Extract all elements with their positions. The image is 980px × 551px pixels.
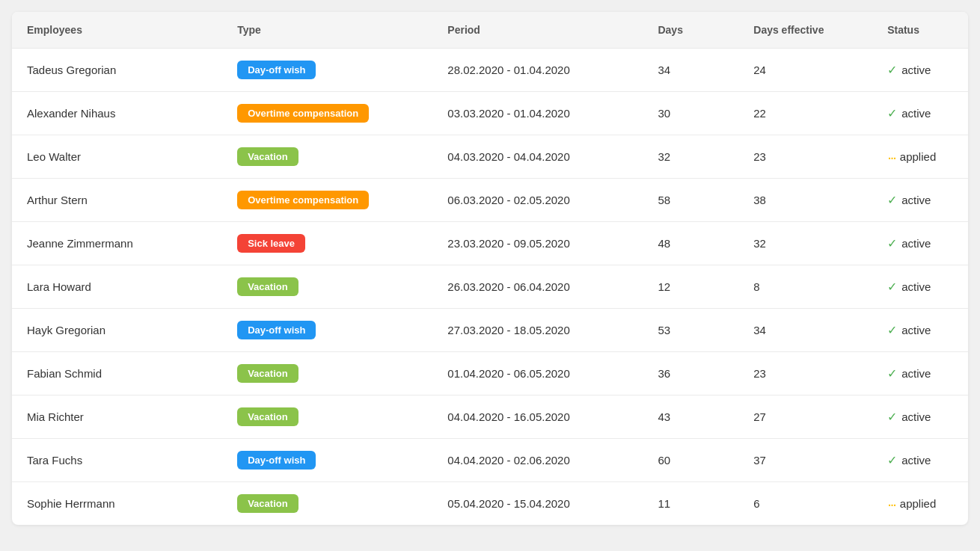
leave-type: Day-off wish [222, 309, 432, 352]
leave-status: ✓active [872, 92, 968, 135]
checkmark-icon: ✓ [887, 366, 897, 381]
dots-icon: ··· [887, 150, 895, 164]
status-label: active [901, 107, 931, 120]
leave-type-badge: Sick leave [237, 234, 305, 253]
leave-type: Overtime compensation [222, 179, 432, 222]
employee-name: Arthur Stern [12, 179, 222, 222]
employee-name: Jeanne Zimmermann [12, 222, 222, 265]
leave-days-effective: 24 [738, 49, 872, 92]
header-period: Period [432, 12, 643, 49]
status-label: active [901, 194, 931, 206]
leave-days: 11 [643, 482, 738, 526]
leave-status: ✓active [872, 309, 968, 352]
leave-days: 60 [643, 439, 738, 482]
leave-days-effective: 6 [738, 482, 872, 526]
status-label: active [901, 324, 931, 336]
employee-name: Tadeus Gregorian [12, 49, 222, 92]
table-row: Fabian SchmidVacation01.04.2020 - 06.05.… [12, 352, 968, 395]
leave-days: 53 [643, 309, 738, 352]
table-row: Sophie HerrmannVacation05.04.2020 - 15.0… [12, 482, 968, 526]
checkmark-icon: ✓ [887, 453, 897, 467]
table-row: Leo WalterVacation04.03.2020 - 04.04.202… [12, 135, 968, 179]
leave-status: ···applied [872, 135, 968, 179]
leave-type-badge: Vacation [237, 364, 298, 383]
leave-period: 28.02.2020 - 01.04.2020 [432, 49, 643, 92]
status-label: active [901, 280, 931, 293]
table-row: Tadeus GregorianDay-off wish28.02.2020 -… [12, 49, 968, 92]
leave-status: ✓active [872, 179, 968, 222]
checkmark-icon: ✓ [887, 236, 897, 250]
header-days-effective: Days effective [738, 12, 872, 49]
leave-days-effective: 38 [738, 179, 872, 222]
dots-icon: ··· [887, 496, 895, 511]
leave-type-badge: Day-off wish [237, 61, 316, 79]
leave-period: 23.03.2020 - 09.05.2020 [432, 222, 643, 265]
table-row: Lara HowardVacation26.03.2020 - 06.04.20… [12, 265, 968, 309]
leave-days: 30 [643, 92, 738, 135]
leave-days: 34 [643, 49, 738, 92]
table-row: Alexander NihausOvertime compensation03.… [12, 92, 968, 135]
leave-period: 05.04.2020 - 15.04.2020 [432, 482, 643, 526]
leave-type: Sick leave [222, 222, 432, 265]
checkmark-icon: ✓ [887, 63, 897, 77]
leave-status: ✓active [872, 265, 968, 309]
leave-type-badge: Day-off wish [237, 451, 316, 470]
status-label: applied [900, 497, 936, 510]
leave-days-effective: 22 [738, 92, 872, 135]
status-label: active [901, 367, 931, 380]
leave-status: ✓active [872, 352, 968, 395]
leave-status: ✓active [872, 222, 968, 265]
status-label: active [901, 237, 931, 250]
leave-days-effective: 27 [738, 395, 872, 439]
leave-period: 04.04.2020 - 02.06.2020 [432, 439, 643, 482]
leave-days-effective: 34 [738, 309, 872, 352]
leave-type: Vacation [222, 265, 432, 309]
checkmark-icon: ✓ [887, 106, 897, 120]
leave-days-effective: 23 [738, 352, 872, 395]
table-row: Mia RichterVacation04.04.2020 - 16.05.20… [12, 395, 968, 439]
leave-days-effective: 32 [738, 222, 872, 265]
leave-period: 06.03.2020 - 02.05.2020 [432, 179, 643, 222]
checkmark-icon: ✓ [887, 280, 897, 294]
leave-days: 32 [643, 135, 738, 179]
leave-type: Vacation [222, 352, 432, 395]
leave-days-effective: 23 [738, 135, 872, 179]
leave-type: Vacation [222, 135, 432, 179]
leave-period: 04.04.2020 - 16.05.2020 [432, 395, 643, 439]
leave-status: ✓active [872, 395, 968, 439]
leave-status: ✓active [872, 439, 968, 482]
employee-name: Leo Walter [12, 135, 222, 179]
employee-name: Mia Richter [12, 395, 222, 439]
status-label: active [901, 64, 931, 76]
employee-name: Fabian Schmid [12, 352, 222, 395]
leave-status: ···applied [872, 482, 968, 526]
leave-status: ✓active [872, 49, 968, 92]
table-row: Jeanne ZimmermannSick leave23.03.2020 - … [12, 222, 968, 265]
table-row: Hayk GregorianDay-off wish27.03.2020 - 1… [12, 309, 968, 352]
leave-period: 03.03.2020 - 01.04.2020 [432, 92, 643, 135]
leave-days-effective: 8 [738, 265, 872, 309]
leave-type: Overtime compensation [222, 92, 432, 135]
status-label: applied [900, 150, 936, 163]
leave-type: Day-off wish [222, 49, 432, 92]
leave-days: 12 [643, 265, 738, 309]
leave-days: 58 [643, 179, 738, 222]
leave-days-effective: 37 [738, 439, 872, 482]
header-type: Type [222, 12, 432, 49]
leave-type-badge: Vacation [237, 147, 298, 166]
employee-name: Lara Howard [12, 265, 222, 309]
table-row: Tara FuchsDay-off wish04.04.2020 - 02.06… [12, 439, 968, 482]
checkmark-icon: ✓ [887, 193, 897, 207]
leave-type-badge: Vacation [237, 277, 298, 296]
leave-period: 04.03.2020 - 04.04.2020 [432, 135, 643, 179]
leave-type: Day-off wish [222, 439, 432, 482]
employee-name: Tara Fuchs [12, 439, 222, 482]
leave-type: Vacation [222, 395, 432, 439]
header-status: Status [872, 12, 968, 49]
employee-name: Sophie Herrmann [12, 482, 222, 526]
leave-type: Vacation [222, 482, 432, 526]
leave-days: 48 [643, 222, 738, 265]
header-days: Days [643, 12, 738, 49]
checkmark-icon: ✓ [887, 323, 897, 337]
leave-type-badge: Overtime compensation [237, 104, 369, 123]
